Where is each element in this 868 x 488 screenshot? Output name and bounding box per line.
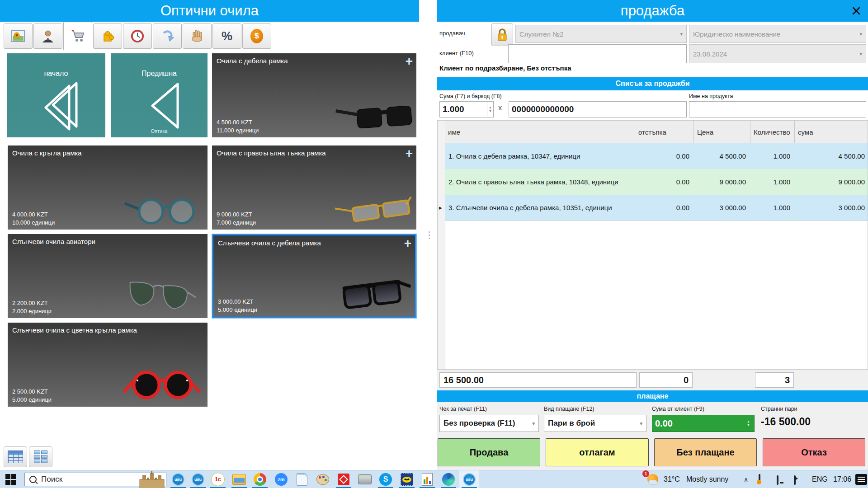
- spinner-up-icon[interactable]: ▲: [489, 106, 492, 109]
- tray-meetnow-icon[interactable]: [794, 476, 796, 484]
- product-tile-aviator-sunglasses[interactable]: Слънчеви очила авиатори 2 200.00 KZT 2.0…: [8, 234, 208, 318]
- lock-button[interactable]: [491, 23, 513, 46]
- product-name-input[interactable]: [689, 101, 866, 117]
- seller-value: Служител №2: [519, 30, 564, 38]
- quantity-value: 1.000: [443, 104, 464, 114]
- row-qty: 1.000: [750, 195, 790, 221]
- taskbar-skype-icon[interactable]: S: [376, 470, 396, 488]
- legal-name-value: Юридическо наименование: [693, 30, 780, 38]
- taskbar-fax-icon[interactable]: [355, 470, 375, 488]
- taskbar-thebat-icon[interactable]: [397, 470, 417, 488]
- taskbar-1c-icon[interactable]: 1с: [208, 470, 228, 488]
- table-row-selected[interactable]: 3. Слънчеви очила с дебела рамка, 10351,…: [445, 195, 868, 221]
- table-gutter: [438, 121, 445, 369]
- receipt-combobox[interactable]: Без проверка (F11) ▾: [439, 415, 539, 432]
- tab-history[interactable]: [123, 23, 152, 49]
- nav-tile-home[interactable]: начало: [7, 53, 105, 137]
- weather-temp[interactable]: 31°C: [664, 470, 680, 488]
- weather-condition[interactable]: Mostly sunny: [686, 470, 728, 488]
- taskbar-zoom-icon[interactable]: zm: [271, 470, 291, 488]
- product-tile-thick-frame-glasses[interactable]: Очила с дебела рамка + 4 500.00 KZT 11.0…: [212, 53, 416, 137]
- client-input[interactable]: [508, 44, 687, 63]
- cancel-button[interactable]: Отказ: [763, 438, 865, 466]
- table-view-button[interactable]: [4, 446, 27, 467]
- product-tile-thick-frame-sunglasses-selected[interactable]: Слънчеви очила с дебела рамка + 3 000.00…: [212, 234, 416, 318]
- payment-type-combobox[interactable]: Пари в брой ▾: [544, 415, 646, 432]
- col-header-price[interactable]: Цена: [694, 121, 750, 143]
- taskbar-chrome-icon[interactable]: [250, 470, 270, 488]
- table-row[interactable]: 1. Очила с дебела рамка, 10347, единици …: [445, 143, 868, 169]
- taskbar-usu-icon[interactable]: usu: [188, 470, 208, 488]
- no-payment-button[interactable]: Без плащане: [654, 438, 757, 466]
- spinner-down-icon[interactable]: ▼: [747, 423, 750, 427]
- tab-undo[interactable]: [153, 23, 182, 49]
- tray-sync-icon[interactable]: [759, 475, 760, 483]
- nav-tile-previous[interactable]: Предишна Оптика: [111, 53, 208, 137]
- screen: Оптични очила: [0, 0, 868, 488]
- product-tile-round-frame-glasses[interactable]: Очила с кръгла рамка 4 000.00 KZT 10.000…: [8, 145, 208, 230]
- tab-hand[interactable]: [183, 23, 212, 49]
- close-icon[interactable]: ×: [846, 0, 866, 22]
- table-row[interactable]: 2. Очила с правоъгълна тънка рамка, 1034…: [445, 169, 868, 195]
- curved-arrow-icon: [160, 29, 174, 43]
- col-header-quantity[interactable]: Количество: [750, 121, 795, 143]
- seller-combobox[interactable]: Служител №2 ▾: [515, 25, 687, 43]
- dollar-icon: $: [250, 29, 263, 43]
- action-center-icon[interactable]: [855, 474, 867, 485]
- taskbar-anydesk-icon[interactable]: [334, 470, 354, 488]
- taskbar-notepad-icon[interactable]: [292, 470, 312, 488]
- chevron-down-icon: ▾: [859, 51, 862, 57]
- start-button[interactable]: [1, 470, 21, 488]
- spinner-down-icon[interactable]: ▼: [489, 109, 492, 113]
- sell-button[interactable]: Продава: [438, 438, 540, 466]
- spinner-up-icon[interactable]: ▲: [747, 420, 750, 423]
- seller-label: продавач: [439, 30, 465, 37]
- product-name: Слънчеви очила с дебела рамка: [218, 239, 400, 247]
- col-header-sum[interactable]: сума: [795, 121, 868, 143]
- defer-button[interactable]: отлагам: [546, 438, 649, 466]
- product-tile-red-round-sunglasses[interactable]: Слънчеви очила с цветна кръгла рамка 2 5…: [8, 323, 208, 407]
- cart-icon: [71, 29, 85, 43]
- clock[interactable]: 17:06: [833, 470, 851, 488]
- product-name: Очила с кръгла рамка: [12, 149, 192, 157]
- tab-discount[interactable]: %: [212, 23, 241, 49]
- legal-name-combobox[interactable]: Юридическо наименование ▾: [689, 25, 866, 43]
- tab-customers[interactable]: [33, 23, 62, 49]
- taskbar-paint-icon[interactable]: [313, 470, 333, 488]
- edge-icon: [442, 473, 455, 486]
- taskbar-explorer-icon[interactable]: [229, 470, 249, 488]
- paint-palette-icon: [316, 474, 329, 485]
- client-sum-input[interactable]: 0.00 ▲ ▼: [652, 415, 755, 432]
- col-header-discount[interactable]: отстъпка: [635, 121, 694, 143]
- tab-photo[interactable]: [4, 23, 33, 49]
- grid-view-button[interactable]: [29, 446, 52, 467]
- tab-payment[interactable]: $: [242, 23, 271, 49]
- taskbar-usu-active-icon[interactable]: usu: [459, 470, 479, 488]
- change-value: -16 500.00: [761, 416, 811, 428]
- search-input[interactable]: Поиск: [24, 473, 166, 486]
- grid-view-icon: [34, 450, 47, 463]
- glasses-image: [122, 190, 206, 228]
- taskbar-report-icon[interactable]: [417, 470, 437, 488]
- folder-icon: [232, 474, 246, 485]
- barcode-input[interactable]: 0000000000000: [509, 101, 687, 117]
- quantity-stepper[interactable]: 1.000 ▲ ▼: [439, 101, 494, 117]
- taskbar-edge-icon[interactable]: [439, 470, 458, 488]
- tab-cart[interactable]: [63, 22, 92, 50]
- product-tile-thin-rect-glasses[interactable]: Очила с правоъгълна тънка рамка + 9 000.…: [212, 145, 416, 230]
- tray-chevron-up-icon[interactable]: ∧: [744, 470, 748, 488]
- tab-addons[interactable]: [93, 23, 122, 49]
- total-sum-display: 16 500.00: [439, 372, 637, 388]
- taskbar-usu-icon[interactable]: usu: [168, 470, 188, 488]
- spinner-arrows[interactable]: ▲ ▼: [487, 102, 493, 117]
- table-header: име отстъпка Цена Количество сума: [445, 121, 868, 144]
- payment-type-value: Пари в брой: [548, 419, 595, 428]
- back-chevron-icon: [141, 80, 186, 130]
- tray-network-icon[interactable]: [777, 476, 778, 484]
- date-combobox[interactable]: 23.08.2024 ▾: [689, 44, 866, 63]
- spinner-arrows[interactable]: ▲ ▼: [745, 415, 751, 432]
- panel-splitter-handle[interactable]: [429, 231, 430, 239]
- col-header-name[interactable]: име: [445, 121, 635, 143]
- lock-icon: [496, 28, 508, 42]
- language-indicator[interactable]: ENG: [812, 470, 828, 488]
